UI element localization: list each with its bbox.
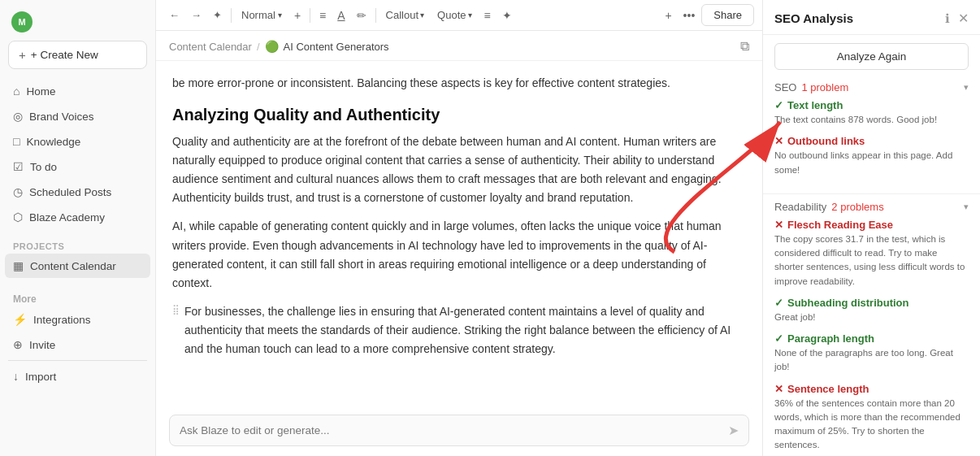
share-button[interactable]: Share — [701, 4, 754, 26]
seo-close-button[interactable]: ✕ — [958, 11, 969, 26]
redo-button[interactable]: → — [186, 6, 206, 24]
seo-panel-header: SEO Analysis ℹ ✕ — [763, 0, 980, 35]
home-icon: ⌂ — [13, 85, 20, 98]
seo-item-desc: No outbound links appear in this page. A… — [774, 149, 969, 177]
sidebar-item-blaze-academy[interactable]: ⬡ Blaze Academy — [5, 205, 150, 229]
plus-toolbar-button[interactable]: + — [289, 6, 306, 25]
copy-button[interactable]: ⧉ — [740, 39, 749, 54]
blaze-academy-icon: ⬡ — [13, 211, 23, 224]
chevron-down-icon: ▾ — [278, 11, 282, 20]
analyze-again-button[interactable]: Analyze Again — [774, 43, 969, 70]
more-section: More ⚡ Integrations ⊕ Invite ↓ Import — [0, 285, 155, 393]
callout-dropdown-button[interactable]: Callout ▾ — [380, 6, 430, 24]
projects-label: Projects — [5, 237, 150, 254]
sidebar-item-invite[interactable]: ⊕ Invite — [5, 332, 150, 357]
undo-button[interactable]: ← — [164, 6, 184, 24]
callout-label: Callout — [386, 9, 418, 21]
list-button[interactable]: ≡ — [314, 6, 331, 25]
check-icon: ✓ — [774, 297, 783, 309]
sidebar-item-brand-voices[interactable]: ◎ Brand Voices — [5, 104, 150, 128]
seo-section-header[interactable]: SEO 1 problem ▾ — [763, 75, 980, 98]
readability-section-header[interactable]: Readability 2 problems ▾ — [763, 194, 980, 217]
seo-panel: SEO Analysis ℹ ✕ Analyze Again SEO 1 pro… — [762, 0, 980, 456]
readability-item-title: Flesch Reading Ease — [787, 219, 893, 231]
editor-heading: Analyzing Quality and Authenticity — [172, 106, 746, 124]
editor-area: ← → ✦ Normal ▾ + ≡ A ✏ Callout ▾ Quote ▾… — [156, 0, 762, 456]
seo-info-button[interactable]: ℹ — [945, 11, 950, 26]
highlight-button[interactable]: ✏ — [352, 6, 371, 25]
format-label: Normal — [241, 9, 275, 21]
plus-right-button[interactable]: + — [660, 6, 676, 25]
sidebar-item-label: Content Calendar — [30, 260, 116, 272]
seo-item-outbound-links: ✕ Outbound links No outbound links appea… — [774, 135, 969, 177]
invite-icon: ⊕ — [13, 338, 23, 351]
seo-item-title: ✕ Outbound links — [774, 135, 969, 147]
seo-item-text-length: ✓ Text length The text contains 878 word… — [774, 99, 969, 127]
toolbar-separator — [231, 8, 232, 23]
sidebar-item-label: Blaze Academy — [29, 211, 105, 224]
sidebar-item-label: Scheduled Posts — [29, 186, 111, 198]
check-icon: ✓ — [774, 99, 783, 111]
sidebar-item-import[interactable]: ↓ Import — [5, 364, 150, 389]
ask-blaze-input[interactable] — [180, 424, 728, 436]
seo-scroll-area[interactable]: SEO 1 problem ▾ ✓ Text length The text c… — [763, 75, 980, 456]
quote-label: Quote — [437, 9, 466, 21]
readability-section: Readability 2 problems ▾ ✕ Flesch Readin… — [763, 193, 980, 456]
todo-icon: ☑ — [13, 160, 24, 173]
readability-item-subheading: ✓ Subheading distribution Great job! — [774, 297, 969, 324]
plus-icon: + — [19, 48, 26, 62]
readability-item-flesch: ✕ Flesch Reading Ease The copy scores 31… — [774, 219, 969, 289]
content-calendar-icon: ▦ — [13, 259, 24, 272]
seo-problem-badge: 1 problem — [801, 81, 848, 93]
sidebar-item-knowledge[interactable]: □ Knowledge — [5, 129, 150, 154]
editor-intro-para: be more error-prone or inconsistent. Bal… — [172, 74, 746, 93]
readability-items: ✕ Flesch Reading Ease The copy scores 31… — [763, 217, 980, 456]
check-icon: ✓ — [774, 332, 783, 345]
ai-button[interactable]: ✦ — [497, 6, 517, 25]
ai-compose-button[interactable]: ✦ — [208, 6, 227, 24]
seo-item-title-text: Text length — [787, 99, 843, 111]
sidebar: M + + Create New ⌂ Home ◎ Brand Voices □… — [0, 0, 156, 456]
format-dropdown-button[interactable]: Normal ▾ — [236, 6, 288, 24]
integrations-icon: ⚡ — [13, 313, 27, 326]
sidebar-item-label: Import — [25, 371, 56, 383]
drag-handle-icon[interactable]: ⣿ — [172, 302, 180, 315]
seo-section-title: SEO — [774, 81, 796, 93]
send-icon[interactable]: ➤ — [728, 423, 739, 438]
more-options-button[interactable]: ••• — [679, 6, 700, 25]
sidebar-item-content-calendar[interactable]: ▦ Content Calendar — [5, 254, 150, 278]
sidebar-item-scheduled-posts[interactable]: ◷ Scheduled Posts — [5, 180, 150, 204]
create-new-label: + Create New — [31, 49, 98, 61]
divider — [8, 360, 147, 361]
brand-voices-icon: ◎ — [13, 110, 23, 123]
create-new-button[interactable]: + + Create New — [8, 41, 147, 69]
readability-item-sentence: ✕ Sentence length 36% of the sentences c… — [774, 383, 969, 453]
editor-content[interactable]: be more error-prone or inconsistent. Bal… — [156, 61, 762, 408]
chevron-down-icon: ▾ — [964, 202, 969, 212]
nav-section: ⌂ Home ◎ Brand Voices □ Knowledge ☑ To d… — [0, 76, 155, 233]
breadcrumb: Content Calendar / 🟢 AI Content Generato… — [156, 31, 762, 61]
seo-section: SEO 1 problem ▾ ✓ Text length The text c… — [763, 75, 980, 193]
readability-section-title: Readability — [774, 201, 826, 213]
align-button[interactable]: ≡ — [479, 6, 496, 25]
readability-item-title: Subheading distribution — [787, 297, 909, 309]
chevron-down-icon: ▾ — [420, 11, 424, 20]
readability-item-desc: None of the paragraphs are too long. Gre… — [774, 346, 969, 375]
text-color-button[interactable]: A — [332, 6, 349, 25]
chevron-down-icon: ▾ — [468, 11, 472, 20]
sidebar-item-integrations[interactable]: ⚡ Integrations — [5, 307, 150, 332]
readability-item-desc: Great job! — [774, 311, 969, 324]
seo-items: ✓ Text length The text contains 878 word… — [763, 98, 980, 190]
projects-section: Projects ▦ Content Calendar — [0, 233, 155, 282]
breadcrumb-parent[interactable]: Content Calendar — [169, 41, 252, 53]
seo-item-desc: The text contains 878 words. Good job! — [774, 113, 969, 127]
editor-para2: AI, while capable of generating content … — [172, 217, 746, 292]
readability-item-desc: 36% of the sentences contain more than 2… — [774, 397, 969, 453]
sidebar-item-home[interactable]: ⌂ Home — [5, 79, 150, 103]
readability-item-desc: The copy scores 31.7 in the test, which … — [774, 232, 969, 289]
sidebar-item-label: Invite — [29, 339, 55, 351]
sidebar-item-todo[interactable]: ☑ To do — [5, 154, 150, 179]
quote-dropdown-button[interactable]: Quote ▾ — [431, 6, 477, 24]
editor-para3: For businesses, the challenge lies in en… — [184, 302, 746, 358]
sidebar-item-label: Integrations — [33, 314, 91, 326]
